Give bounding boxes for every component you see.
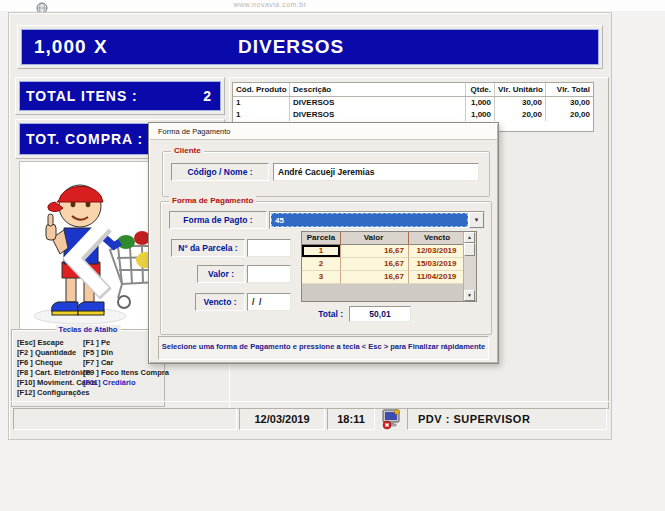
hint-message-bar: Selecione uma forma de Pagamento e press…	[158, 336, 489, 360]
total-items-bar: TOTAL ITENS : 2	[19, 81, 221, 111]
quantity-value: 1,000	[34, 36, 87, 58]
cell-vlr-total: 20,00	[546, 109, 593, 121]
grid-cell-parcela: 2	[302, 258, 341, 271]
chevron-down-icon[interactable]: ▼	[469, 212, 484, 228]
scrollbar-thumb[interactable]	[464, 243, 475, 256]
payment-dialog-body: Cliente Código / Nome : Forma de Pagamen…	[150, 140, 497, 362]
grid-col-vencto: Vencto	[409, 232, 465, 245]
cell-vlr-total: 30,00	[546, 97, 593, 109]
status-time: 18:11	[327, 408, 375, 430]
shortcut-f12: [F12] Configurações	[17, 388, 96, 398]
grid-cell-valor: 16,67	[341, 245, 409, 258]
scroll-down-icon[interactable]: ▼	[464, 290, 475, 301]
cliente-group-title: Cliente	[171, 146, 204, 155]
shortcut-f11: [F11] Crediário	[83, 378, 169, 388]
grid-col-valor: Valor	[341, 232, 409, 245]
grid-cell-valor: 16,67	[341, 271, 409, 284]
cell-descricao: DIVERSOS	[290, 109, 466, 121]
grid-cell-parcela: 3	[302, 271, 341, 284]
status-pdv: PDV : SUPERVISOR	[407, 408, 607, 430]
cell-vlr-unitario: 20,00	[495, 109, 546, 121]
parcela-row[interactable]: 1 16,67 12/03/2019	[302, 245, 476, 258]
col-vlr-unitario: Vlr. Unitário	[495, 83, 546, 96]
vencto-label: Vencto :	[195, 293, 245, 311]
cell-descricao: DIVERSOS	[290, 97, 466, 109]
hint-message: Selecione uma forma de Pagamento e press…	[159, 342, 488, 351]
shortcuts-panel: Teclas de Atalho [Esc] Escape [F2 ] Quan…	[11, 329, 165, 407]
payment-dialog: Forma de Pagamento Cliente Código / Nome…	[148, 122, 499, 364]
parcela-input[interactable]	[247, 239, 291, 257]
cell-qtde: 1,000	[466, 109, 495, 121]
grid-cell-vencto: 12/03/2019	[409, 245, 465, 258]
items-table-row[interactable]: 1 DIVERSOS 1,000 20,00 20,00	[233, 109, 593, 121]
shortcuts-title: Teclas de Atalho	[56, 325, 121, 334]
total-items-panel: TOTAL ITENS : 2	[15, 77, 225, 115]
col-qtde: Qtde.	[466, 83, 495, 96]
grid-cell-parcela[interactable]: 1	[302, 245, 341, 258]
total-value: 50,01	[349, 306, 411, 322]
status-cell-empty	[13, 408, 237, 430]
total-label: Total :	[301, 309, 343, 319]
cliente-label: Código / Nome :	[171, 163, 269, 181]
forma-pagto-selected: 45	[271, 213, 468, 227]
total-purchase-label: TOT. COMPRA :	[26, 131, 143, 147]
status-date: 12/03/2019	[239, 408, 325, 430]
display-bar: 1,000 X DIVERSOS	[21, 29, 599, 65]
total-items-label: TOTAL ITENS :	[26, 88, 138, 104]
parcelas-grid: Parcela Valor Vencto 1 16,67 12/03/2019 …	[301, 231, 477, 302]
grid-cell-vencto: 15/03/2019	[409, 258, 465, 271]
forma-pagto-combobox[interactable]: 45 ▼	[269, 211, 485, 229]
forma-pagto-label: Forma de Pagto :	[169, 211, 267, 229]
vencto-input[interactable]	[247, 293, 291, 311]
payment-groupbox: Forma de Pagamento Forma de Pagto : 45 ▼…	[160, 201, 492, 335]
grid-scrollbar[interactable]: ▲ ▼	[463, 232, 476, 301]
globe-icon	[36, 0, 48, 12]
grid-cell-vencto: 11/04/2019	[409, 271, 465, 284]
shortcut-f9: [F9 ] Foco Itens Compra	[83, 368, 169, 378]
page-url-header: www.novavia.com.br	[0, 1, 540, 8]
col-descricao: Descrição	[290, 83, 466, 96]
parcela-row[interactable]: 2 16,67 15/03/2019	[302, 258, 476, 271]
parcela-label: Nº da Parcela :	[171, 239, 245, 257]
payment-group-title: Forma de Pagamento	[169, 196, 256, 205]
grid-col-parcela: Parcela	[302, 232, 341, 245]
valor-label: Valor :	[197, 265, 245, 283]
items-table-header: Cód. Produto Descrição Qtde. Vlr. Unitár…	[233, 83, 593, 97]
cell-vlr-unitario: 30,00	[495, 97, 546, 109]
cliente-input[interactable]	[273, 163, 479, 181]
cliente-groupbox: Cliente Código / Nome :	[162, 151, 490, 197]
payment-dialog-title: Forma de Pagamento	[150, 124, 497, 140]
parcelas-grid-header: Parcela Valor Vencto	[302, 232, 476, 245]
cell-codigo: 1	[233, 109, 290, 121]
scroll-up-icon[interactable]: ▲	[464, 232, 475, 243]
computer-error-icon	[379, 408, 405, 430]
items-table-row[interactable]: 1 DIVERSOS 1,000 30,00 30,00	[233, 97, 593, 109]
parcela-row[interactable]: 3 16,67 11/04/2019	[302, 271, 476, 284]
status-bar: 12/03/2019 18:11 PDV : SUPERVISOR	[9, 401, 609, 438]
product-name: DIVERSOS	[238, 36, 344, 58]
grid-cell-valor: 16,67	[341, 258, 409, 271]
times-symbol: X	[94, 36, 108, 58]
cell-qtde: 1,000	[466, 97, 495, 109]
col-vlr-total: Vlr. Total	[546, 83, 593, 96]
valor-input[interactable]	[247, 265, 291, 283]
total-items-value: 2	[203, 88, 212, 104]
display-panel: 1,000 X DIVERSOS	[17, 25, 603, 69]
cell-codigo: 1	[233, 97, 290, 109]
col-codigo: Cód. Produto	[233, 83, 290, 96]
